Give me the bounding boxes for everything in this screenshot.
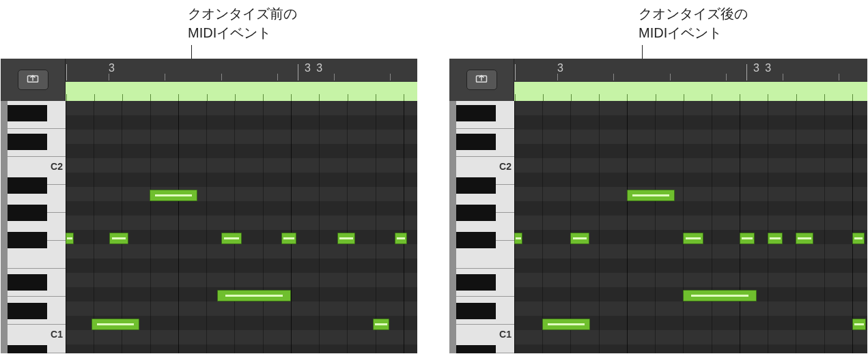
midi-note[interactable]: [852, 319, 866, 330]
catch-playhead-icon: [27, 73, 39, 87]
key-label-c1: C1: [51, 329, 63, 340]
note-grid[interactable]: [514, 101, 867, 353]
catch-playhead-icon: [475, 73, 488, 87]
piano-keyboard[interactable]: C2 C1: [8, 101, 66, 353]
annotation-after: クオンタイズ後の MIDIイベント: [639, 4, 748, 42]
annotation-before: クオンタイズ前の MIDIイベント: [188, 4, 297, 42]
ruler[interactable]: 3 3 3: [514, 60, 867, 80]
midi-note[interactable]: [395, 233, 407, 244]
key-label-c2: C2: [51, 161, 63, 172]
midi-note[interactable]: [514, 233, 522, 244]
midi-note[interactable]: [109, 233, 128, 244]
midi-note[interactable]: [281, 233, 296, 244]
ruler[interactable]: 3 3 3: [66, 60, 417, 80]
piano-keyboard[interactable]: C2 C1: [456, 101, 514, 353]
vertical-scrollbar[interactable]: [449, 101, 456, 353]
midi-note[interactable]: [627, 190, 675, 201]
ruler-label-3-3: 3 3: [753, 62, 772, 74]
toolbar: 3 3 3: [449, 59, 867, 101]
midi-note[interactable]: [66, 233, 74, 244]
midi-note[interactable]: [852, 233, 865, 244]
midi-note[interactable]: [683, 233, 703, 244]
midi-note[interactable]: [337, 233, 355, 244]
catch-playhead-button[interactable]: [18, 70, 48, 90]
midi-note[interactable]: [92, 319, 139, 330]
key-label-c2: C2: [499, 161, 512, 172]
midi-note[interactable]: [150, 190, 197, 201]
editor-body: C2 C1: [1, 101, 417, 353]
ruler-label-3: 3: [109, 62, 116, 74]
key-label-c1: C1: [499, 329, 512, 340]
ruler-label-3-3: 3 3: [305, 62, 324, 74]
editor-body: C2 C1: [449, 101, 867, 353]
region-bar[interactable]: [514, 82, 867, 101]
note-grid[interactable]: [66, 101, 417, 353]
ruler-label-3: 3: [557, 62, 565, 74]
midi-note[interactable]: [221, 233, 242, 244]
midi-note[interactable]: [570, 233, 589, 244]
midi-note[interactable]: [740, 233, 755, 244]
region-bar[interactable]: [66, 82, 417, 101]
piano-roll-before: 3 3 3: [1, 59, 417, 353]
midi-note[interactable]: [542, 319, 590, 330]
toolbar-corner: [449, 59, 514, 101]
midi-note[interactable]: [683, 290, 757, 301]
midi-note[interactable]: [373, 319, 389, 330]
vertical-scrollbar[interactable]: [1, 101, 8, 353]
catch-playhead-button[interactable]: [466, 70, 497, 90]
midi-note[interactable]: [217, 290, 291, 301]
toolbar-corner: [1, 59, 66, 101]
piano-roll-after: 3 3 3: [449, 59, 867, 353]
toolbar: 3 3 3: [1, 59, 417, 101]
midi-note[interactable]: [796, 233, 813, 244]
midi-note[interactable]: [768, 233, 783, 244]
